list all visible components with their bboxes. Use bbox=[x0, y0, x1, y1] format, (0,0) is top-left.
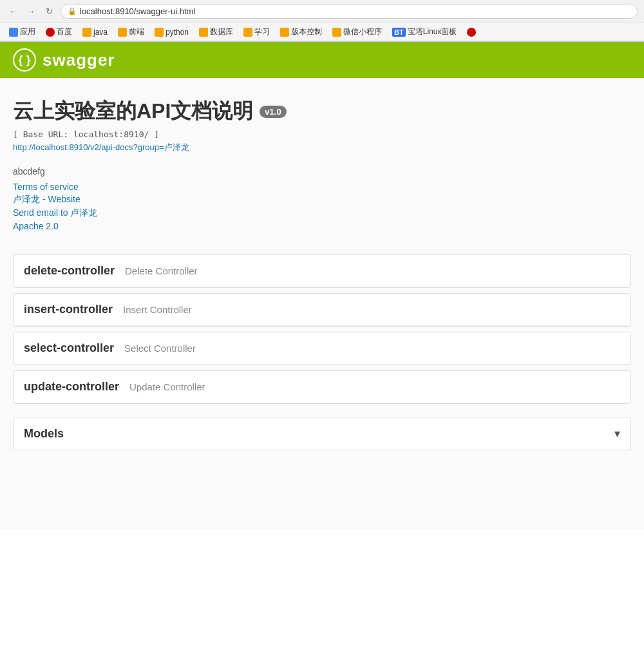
bookmark-wechat-label: 微信小程序 bbox=[343, 26, 382, 37]
email-link[interactable]: Send email to 卢泽龙 bbox=[13, 207, 631, 219]
version-badge: v1.0 bbox=[260, 106, 286, 118]
license-link[interactable]: Apache 2.0 bbox=[13, 221, 631, 231]
baidu-icon bbox=[46, 28, 55, 37]
bookmark-wechat[interactable]: 微信小程序 bbox=[328, 25, 386, 39]
base-url: [ Base URL: localhost:8910/ ] bbox=[13, 129, 631, 139]
controllers-section: delete-controller Delete Controller inse… bbox=[13, 254, 631, 404]
extra-icon bbox=[467, 28, 476, 37]
api-title: 云上实验室的API文档说明 v1.0 bbox=[13, 97, 631, 126]
controller-desc-update: Update Controller bbox=[129, 381, 205, 392]
bookmark-db-label: 数据库 bbox=[210, 26, 233, 37]
bookmark-java[interactable]: java bbox=[79, 26, 111, 38]
browser-toolbar: ← → ↻ 🔒 localhost:8910/swagger-ui.html bbox=[0, 0, 644, 23]
api-title-block: 云上实验室的API文档说明 v1.0 [ Base URL: localhost… bbox=[13, 97, 631, 153]
controller-item-select: select-controller Select Controller bbox=[13, 332, 631, 365]
version-icon bbox=[280, 28, 289, 37]
swagger-header: { } swagger bbox=[0, 42, 644, 78]
controller-desc-select: Select Controller bbox=[124, 343, 196, 354]
wechat-icon bbox=[332, 28, 341, 37]
bt-icon: BT bbox=[392, 28, 406, 37]
address-bar[interactable]: 🔒 localhost:8910/swagger-ui.html bbox=[61, 4, 638, 19]
website-link[interactable]: 卢泽龙 - Website bbox=[13, 194, 631, 206]
models-title: Models bbox=[24, 427, 64, 441]
controller-header-insert[interactable]: insert-controller Insert Controller bbox=[14, 294, 630, 326]
lock-icon: 🔒 bbox=[68, 7, 77, 15]
api-description: abcdefg bbox=[13, 166, 631, 177]
controller-desc-delete: Delete Controller bbox=[125, 265, 198, 276]
swagger-logo: { } swagger bbox=[13, 48, 115, 72]
controller-header-update[interactable]: update-controller Update Controller bbox=[14, 371, 630, 403]
browser-chrome: ← → ↻ 🔒 localhost:8910/swagger-ui.html 应… bbox=[0, 0, 644, 42]
swagger-logo-text: swagger bbox=[43, 50, 115, 70]
bookmarks-bar: 应用 百度 java 前端 python 数据库 学习 版本控制 bbox=[0, 23, 644, 41]
controller-desc-insert: Insert Controller bbox=[123, 304, 192, 315]
bookmark-baidu[interactable]: 百度 bbox=[42, 25, 76, 39]
controller-item-delete: delete-controller Delete Controller bbox=[13, 254, 631, 288]
bookmark-apps-label: 应用 bbox=[20, 26, 35, 37]
controller-item-update: update-controller Update Controller bbox=[13, 370, 631, 404]
controller-header-select[interactable]: select-controller Select Controller bbox=[14, 332, 630, 365]
bookmark-front[interactable]: 前端 bbox=[114, 25, 148, 39]
bookmark-python-label: python bbox=[166, 28, 189, 37]
bookmark-python[interactable]: python bbox=[151, 26, 193, 38]
bookmark-baidu-label: 百度 bbox=[57, 26, 72, 37]
controller-name-update: update-controller bbox=[24, 380, 119, 394]
bookmark-front-label: 前端 bbox=[129, 26, 144, 37]
swagger-logo-icon: { } bbox=[13, 48, 36, 72]
bookmark-apps[interactable]: 应用 bbox=[5, 25, 39, 39]
models-section: Models ▾ bbox=[13, 417, 631, 450]
bookmark-bt-label: 宝塔Linux面板 bbox=[408, 26, 457, 37]
controller-header-delete[interactable]: delete-controller Delete Controller bbox=[14, 255, 630, 287]
db-icon bbox=[199, 28, 208, 37]
refresh-button[interactable]: ↻ bbox=[43, 5, 55, 18]
controller-name-delete: delete-controller bbox=[24, 264, 115, 278]
java-icon bbox=[82, 28, 91, 37]
models-toggle-icon: ▾ bbox=[614, 426, 620, 441]
models-header[interactable]: Models ▾ bbox=[14, 417, 630, 450]
study-icon bbox=[243, 28, 252, 37]
bookmark-java-label: java bbox=[93, 28, 108, 37]
api-title-text: 云上实验室的API文档说明 bbox=[13, 97, 253, 126]
controller-item-insert: insert-controller Insert Controller bbox=[13, 293, 631, 327]
bookmark-bt[interactable]: BT 宝塔Linux面板 bbox=[388, 25, 460, 39]
bookmark-version-label: 版本控制 bbox=[291, 26, 322, 37]
back-button[interactable]: ← bbox=[6, 5, 19, 18]
bookmark-version[interactable]: 版本控制 bbox=[276, 25, 326, 39]
apps-icon bbox=[9, 28, 18, 37]
bookmark-study[interactable]: 学习 bbox=[240, 25, 274, 39]
controller-name-insert: insert-controller bbox=[24, 303, 113, 316]
python-icon bbox=[155, 28, 164, 37]
url-text: localhost:8910/swagger-ui.html bbox=[80, 6, 195, 16]
bookmark-db[interactable]: 数据库 bbox=[195, 25, 237, 39]
info-links: Terms of service 卢泽龙 - Website Send emai… bbox=[13, 182, 631, 231]
bookmark-extra[interactable] bbox=[463, 26, 480, 38]
main-content: 云上实验室的API文档说明 v1.0 [ Base URL: localhost… bbox=[0, 78, 644, 529]
forward-button[interactable]: → bbox=[24, 5, 37, 18]
front-icon bbox=[118, 28, 127, 37]
bookmark-study-label: 学习 bbox=[254, 26, 270, 37]
terms-of-service-link[interactable]: Terms of service bbox=[13, 182, 631, 192]
controller-name-select: select-controller bbox=[24, 341, 114, 355]
swagger-logo-symbol: { } bbox=[18, 53, 30, 67]
api-docs-link[interactable]: http://localhost:8910/v2/api-docs?group=… bbox=[13, 142, 189, 152]
